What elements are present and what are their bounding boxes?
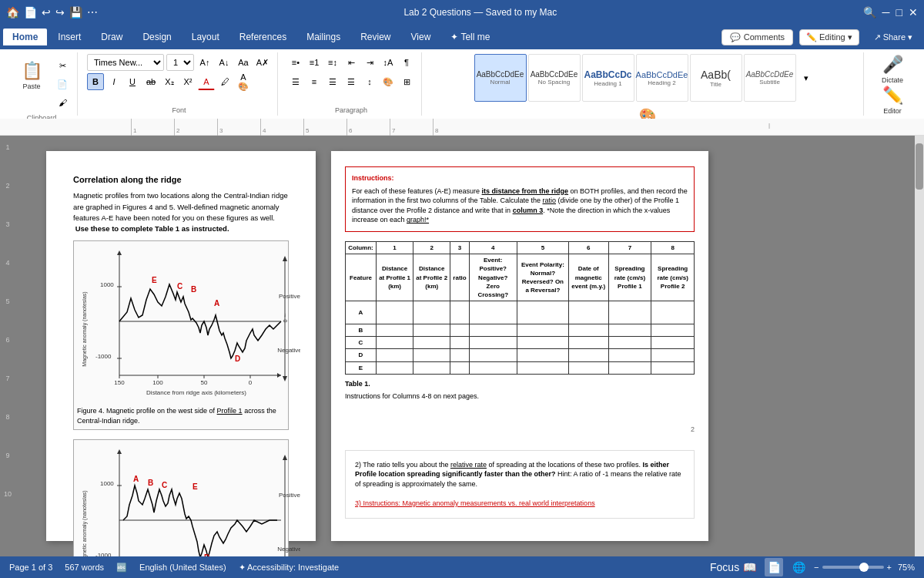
undo-icon[interactable]: ↩ [42,6,51,18]
tab-layout[interactable]: Layout [182,29,229,45]
row-A-col1[interactable] [377,301,413,324]
superscript-button[interactable]: X² [179,73,196,90]
more-icon[interactable]: ⋯ [87,6,98,18]
page-1[interactable]: Correlation along the ridge Magnetic pro… [46,151,316,541]
row-D-col2[interactable] [413,349,450,361]
font-size-select[interactable]: 12 [166,54,194,71]
tab-references[interactable]: References [230,29,296,45]
align-left-button[interactable]: ☰ [287,73,304,90]
row-D-col1[interactable] [377,349,413,361]
copy-button[interactable]: 📄 [54,76,71,92]
row-E-col5[interactable] [517,361,568,374]
row-A-col7[interactable] [608,301,651,324]
editing-button[interactable]: ✏️ Editing ▾ [799,29,859,45]
style-heading2[interactable]: AaBbCcDdEe Heading 2 [636,54,688,102]
italic-button[interactable]: I [105,73,122,90]
row-A-col5[interactable] [517,301,568,324]
scrollbar[interactable] [915,136,924,556]
share-button[interactable]: ↗ Share ▾ [865,29,921,45]
row-E-col4[interactable] [469,361,517,374]
row-A-col8[interactable] [651,301,695,324]
tab-tell-me[interactable]: ✦ Tell me [441,29,499,45]
numbering-button[interactable]: ≡1 [306,54,323,71]
paste-button[interactable]: 📋 Paste [12,54,51,97]
style-title[interactable]: AaBb( Title [690,54,742,102]
home-icon[interactable]: 🏠 [6,6,19,18]
read-mode-button[interactable]: 📖 [740,558,758,576]
proofing-icon[interactable]: 🔤 [116,563,127,573]
sort-button[interactable]: ↕A [380,54,397,71]
print-layout-button[interactable]: 📄 [765,558,783,576]
format-painter-button[interactable]: 🖌 [54,94,71,111]
row-B-col3[interactable] [450,324,469,337]
row-C-col4[interactable] [469,337,517,349]
row-A-col3[interactable] [450,301,469,324]
change-case-button[interactable]: Aa [235,54,252,71]
redo-icon[interactable]: ↪ [55,6,65,18]
row-B-col8[interactable] [651,324,695,337]
minimize-btn[interactable]: ─ [882,6,890,18]
row-E-col3[interactable] [450,361,469,374]
scroll-thumb[interactable] [916,143,923,190]
tab-review[interactable]: Review [351,29,400,45]
cut-button[interactable]: ✂ [54,57,71,74]
shading-button[interactable]: 🎨 [380,73,397,90]
maximize-btn[interactable]: □ [896,6,902,18]
editor-button[interactable]: ✏️ Editor [873,85,912,116]
row-B-col2[interactable] [413,324,450,337]
row-E-col6[interactable] [568,361,608,374]
row-A-col6[interactable] [568,301,608,324]
subscript-button[interactable]: X₂ [161,73,178,90]
font-name-select[interactable]: Times New... [87,54,164,71]
text-shading-button[interactable]: A🎨 [235,73,252,90]
focus-button[interactable]: Focus [715,558,734,576]
comments-button[interactable]: 💬 Comments [721,29,793,45]
row-A-col2[interactable] [413,301,450,324]
bold-button[interactable]: B [87,73,104,90]
zoom-level[interactable]: 75% [898,563,915,572]
page-2[interactable]: Instructions: For each of these features… [331,151,708,541]
strikethrough-button[interactable]: ab [142,73,159,90]
highlight-button[interactable]: 🖊 [216,73,233,90]
row-D-col4[interactable] [469,349,517,361]
row-E-col2[interactable] [413,361,450,374]
increase-font-button[interactable]: A↑ [196,54,213,71]
tab-insert[interactable]: Insert [49,29,90,45]
row-B-col7[interactable] [608,324,651,337]
row-E-col1[interactable] [377,361,413,374]
row-D-col5[interactable] [517,349,568,361]
row-E-col8[interactable] [651,361,695,374]
row-C-col5[interactable] [517,337,568,349]
web-layout-button[interactable]: 🌐 [789,558,808,576]
close-btn[interactable]: ✕ [909,6,918,18]
tab-view[interactable]: View [402,29,440,45]
tab-draw[interactable]: Draw [92,29,132,45]
clear-format-button[interactable]: A✗ [254,54,271,71]
zoom-slider[interactable] [822,566,884,569]
row-B-col4[interactable] [469,324,517,337]
multilevel-button[interactable]: ≡↕ [324,54,341,71]
font-color-button[interactable]: A [198,73,215,90]
row-B-col6[interactable] [568,324,608,337]
tab-home[interactable]: Home [3,29,47,45]
row-C-col2[interactable] [413,337,450,349]
decrease-indent-button[interactable]: ⇤ [343,54,360,71]
zoom-in-button[interactable]: + [887,563,892,572]
align-right-button[interactable]: ☰ [324,73,341,90]
row-D-col7[interactable] [608,349,651,361]
bullets-button[interactable]: ≡• [287,54,304,71]
line-spacing-button[interactable]: ↕ [361,73,378,90]
style-heading1[interactable]: AaBbCcDc Heading 1 [582,54,634,102]
align-center-button[interactable]: ≡ [306,73,323,90]
row-D-col3[interactable] [450,349,469,361]
dictate-button[interactable]: 🎤 Dictate [873,54,912,85]
show-marks-button[interactable]: ¶ [398,54,415,71]
underline-button[interactable]: U [124,73,141,90]
row-C-col8[interactable] [651,337,695,349]
tab-mailings[interactable]: Mailings [297,29,350,45]
row-B-col5[interactable] [517,324,568,337]
borders-button[interactable]: ⊞ [398,73,415,90]
decrease-font-button[interactable]: A↓ [216,54,233,71]
row-D-col6[interactable] [568,349,608,361]
style-subtitle[interactable]: AaBbCcDdEe Subtitle [744,54,796,102]
